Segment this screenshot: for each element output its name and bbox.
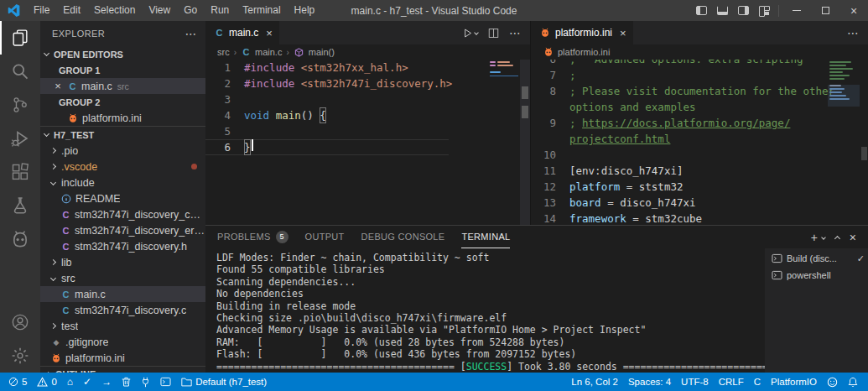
customize-layout-icon[interactable] bbox=[759, 6, 770, 15]
breadcrumb-item[interactable]: main() bbox=[309, 47, 335, 57]
code-line[interactable]: 1#include <stm32h7xx_hal.h> bbox=[205, 60, 530, 76]
tree-item-stm32h747i_discovery_conf.h[interactable]: Cstm32h747i_discovery_conf.h bbox=[40, 206, 205, 222]
activity-item-explorer[interactable] bbox=[0, 21, 40, 55]
maximize-button[interactable] bbox=[811, 0, 839, 21]
tab-close-icon[interactable]: × bbox=[266, 27, 273, 39]
code-line[interactable]: 2#include <stm32h747i_discovery.h> bbox=[205, 76, 530, 91]
tree-item-README[interactable]: README bbox=[40, 190, 205, 206]
tree-item-.pio[interactable]: .pio bbox=[40, 143, 205, 159]
tree-item-stm32h747i_discovery_errno.h[interactable]: Cstm32h747i_discovery_errno.h bbox=[40, 222, 205, 238]
breadcrumb-item[interactable]: main.c bbox=[255, 47, 282, 57]
breadcrumb-item[interactable]: platformio.ini bbox=[558, 47, 610, 57]
breadcrumb-group-2[interactable]: platformio.ini bbox=[531, 44, 868, 60]
tree-item-test[interactable]: test bbox=[40, 318, 205, 334]
status-item-cursor-position[interactable]: Ln 6, Col 2 bbox=[566, 377, 623, 387]
tree-item-platformio.ini[interactable]: platformio.ini bbox=[40, 350, 205, 366]
split-editor-button[interactable] bbox=[488, 28, 499, 39]
status-item-language-mode[interactable]: C bbox=[749, 377, 766, 387]
code-line[interactable]: 6; Advanced options: extra scripting bbox=[531, 60, 868, 67]
breadcrumb-group-1[interactable]: src›Cmain.c›main() bbox=[205, 44, 530, 60]
code-line[interactable]: 9; https://docs.platformio.org/page/ bbox=[531, 115, 868, 131]
code-line[interactable]: projectconf.html bbox=[531, 131, 868, 147]
close-button[interactable]: × bbox=[839, 0, 868, 21]
status-item-notifications[interactable] bbox=[843, 377, 863, 388]
code-line[interactable]: 8; Please visit documentation for the ot… bbox=[531, 83, 868, 99]
tree-item-include[interactable]: include bbox=[40, 175, 205, 190]
open-editor-item-main.c[interactable]: ×Cmain.csrc bbox=[40, 78, 205, 94]
terminal-list-item-powershell[interactable]: powershell bbox=[765, 267, 868, 284]
code-line[interactable]: 6} bbox=[205, 139, 449, 155]
menu-item-file[interactable]: File bbox=[27, 0, 56, 21]
maximize-panel-button[interactable] bbox=[835, 234, 839, 241]
tab-close-icon[interactable]: × bbox=[620, 27, 626, 39]
editor-scrollbar[interactable] bbox=[520, 60, 530, 225]
tab-main-c[interactable]: C main.c × bbox=[205, 21, 280, 44]
activity-item-extensions[interactable] bbox=[0, 155, 40, 189]
activity-item-platformio[interactable] bbox=[0, 222, 40, 256]
tree-item-stm32h747i_discovery.c[interactable]: Cstm32h747i_discovery.c bbox=[40, 302, 205, 318]
terminal-list-item-build--disc---[interactable]: Build (disc...✓ bbox=[765, 250, 868, 267]
tree-item-.gitignore[interactable]: ◆.gitignore bbox=[40, 334, 205, 350]
open-editor-item-platformio.ini[interactable]: platformio.ini bbox=[40, 110, 205, 126]
status-item-indentation[interactable]: Spaces: 4 bbox=[623, 377, 676, 387]
editor-more-actions-button[interactable]: ⋯ bbox=[847, 26, 860, 39]
panel-tab-output[interactable]: OUTPUT bbox=[305, 226, 345, 248]
activity-item-testing[interactable] bbox=[0, 189, 40, 222]
code-editor-main-c[interactable]: 1#include <stm32h7xx_hal.h>2#include <st… bbox=[205, 60, 530, 225]
toggle-panel-icon[interactable] bbox=[717, 6, 728, 15]
toggle-sidebar-icon[interactable] bbox=[696, 6, 707, 15]
tree-item-.vscode[interactable]: .vscode bbox=[40, 159, 205, 175]
run-file-button[interactable] bbox=[462, 28, 478, 39]
status-item-pio-clean[interactable] bbox=[117, 373, 136, 391]
minimap[interactable] bbox=[490, 61, 518, 79]
open-editors-header[interactable]: OPEN EDITORS bbox=[40, 46, 205, 62]
new-terminal-button[interactable]: + bbox=[811, 231, 825, 244]
menu-item-run[interactable]: Run bbox=[204, 0, 236, 21]
status-item-platformio-toolbar[interactable]: PlatformIO bbox=[766, 377, 822, 387]
menu-item-terminal[interactable]: Terminal bbox=[236, 0, 287, 21]
menu-item-view[interactable]: View bbox=[142, 0, 177, 21]
tree-item-lib[interactable]: lib bbox=[40, 254, 205, 270]
code-line[interactable]: 7; bbox=[531, 67, 868, 83]
menu-item-go[interactable]: Go bbox=[177, 0, 204, 21]
activity-item-settings[interactable] bbox=[0, 339, 40, 373]
tree-root-h7-test[interactable]: H7_TEST bbox=[40, 127, 205, 143]
activity-item-run-debug[interactable] bbox=[0, 122, 40, 155]
status-item-pio-upload[interactable]: → bbox=[96, 373, 117, 391]
code-line[interactable]: 3 bbox=[205, 91, 530, 107]
activity-item-source-control[interactable] bbox=[0, 88, 40, 122]
menu-item-selection[interactable]: Selection bbox=[87, 0, 142, 21]
tree-item-stm32h747i_discovery.h[interactable]: Cstm32h747i_discovery.h bbox=[40, 238, 205, 254]
status-item-errors[interactable]: 5 bbox=[3, 373, 32, 391]
status-item-pio-home[interactable]: ⌂ bbox=[62, 373, 78, 391]
sidebar-section-outline[interactable]: OUTLINE bbox=[40, 366, 205, 373]
tree-item-src[interactable]: src bbox=[40, 270, 205, 286]
close-editor-icon[interactable]: × bbox=[52, 80, 64, 92]
code-line[interactable]: 13board = disco_h747xi bbox=[531, 195, 868, 211]
editor-scrollbar[interactable] bbox=[860, 60, 868, 225]
status-item-warnings[interactable]: 0 bbox=[32, 373, 61, 391]
menu-item-edit[interactable]: Edit bbox=[56, 0, 87, 21]
tab-platformio-ini[interactable]: platformio.ini × bbox=[531, 21, 634, 44]
status-item-pio-serial-monitor[interactable] bbox=[136, 373, 155, 391]
breadcrumb-item[interactable]: src bbox=[217, 47, 230, 57]
status-item-pio-project-env[interactable]: Default (h7_test) bbox=[176, 373, 272, 391]
activity-item-search[interactable] bbox=[0, 55, 40, 88]
editor-more-actions-button[interactable]: ⋯ bbox=[509, 26, 522, 39]
toggle-secondary-sidebar-icon[interactable] bbox=[738, 6, 749, 15]
status-item-eol[interactable]: CRLF bbox=[714, 377, 749, 387]
explorer-more-actions-icon[interactable]: ⋯ bbox=[185, 27, 197, 40]
code-line[interactable]: 12platform = ststm32 bbox=[531, 179, 868, 195]
code-line[interactable]: options and examples bbox=[531, 99, 868, 115]
close-panel-button[interactable]: × bbox=[850, 231, 856, 244]
status-item-feedback[interactable] bbox=[822, 377, 843, 388]
code-line[interactable]: 5 bbox=[205, 123, 530, 139]
status-item-pio-build[interactable]: ✓ bbox=[78, 373, 96, 391]
status-item-pio-terminal[interactable] bbox=[155, 373, 176, 391]
minimize-button[interactable] bbox=[782, 0, 811, 21]
menu-item-help[interactable]: Help bbox=[288, 0, 322, 21]
tree-item-main.c[interactable]: Cmain.c bbox=[40, 286, 205, 302]
code-line[interactable]: 14framework = stm32cube bbox=[531, 211, 868, 225]
code-line[interactable]: 4void main() { bbox=[205, 107, 530, 123]
code-line[interactable]: 10 bbox=[531, 147, 868, 163]
